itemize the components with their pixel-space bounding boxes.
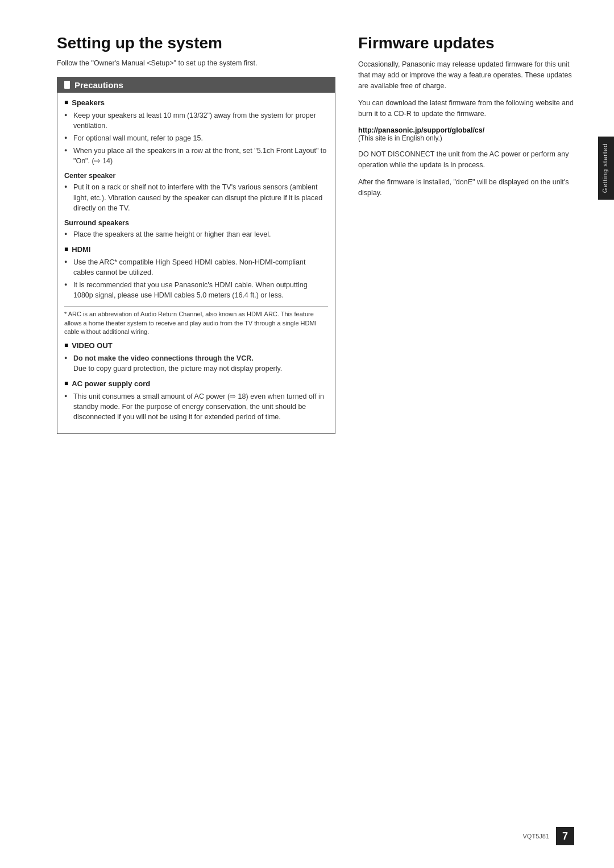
video-out-title: VIDEO OUT xyxy=(64,341,328,350)
firmware-link: http://panasonic.jp/support/global/cs/ xyxy=(358,126,574,134)
firmware-para4: After the firmware is installed, "donE" … xyxy=(358,177,574,199)
video-out-text: Due to copy guard protection, the pictur… xyxy=(73,365,282,373)
doc-code: VQT5J81 xyxy=(523,833,549,840)
firmware-para2: You can download the latest firmware fro… xyxy=(358,98,574,119)
precautions-label: Precautions xyxy=(74,80,123,90)
center-speaker-bullets: Put it on a rack or shelf not to interfe… xyxy=(64,182,328,213)
hdmi-bullets: Use the ARC* compatible High Speed HDMI … xyxy=(64,257,328,301)
hdmi-title: HDMI xyxy=(64,245,328,254)
list-item: Do not make the video connections throug… xyxy=(64,353,328,374)
list-item: When you place all the speakers in a row… xyxy=(64,146,328,166)
firmware-para1: Occasionally, Panasonic may release upda… xyxy=(358,59,574,91)
ac-bullets: This unit consumes a small amount of AC … xyxy=(64,391,328,422)
list-item: Put it on a rack or shelf not to interfe… xyxy=(64,182,328,213)
video-out-bullets: Do not make the video connections throug… xyxy=(64,353,328,374)
ac-title: AC power supply cord xyxy=(64,379,328,388)
page-number: 7 xyxy=(556,827,574,845)
page: Getting started Setting up the system Fo… xyxy=(0,0,614,868)
page-number-area: VQT5J81 7 xyxy=(523,827,574,845)
list-item: This unit consumes a small amount of AC … xyxy=(64,391,328,422)
video-out-bold: Do not make the video connections throug… xyxy=(73,354,254,362)
list-item: For optional wall mount, refer to page 1… xyxy=(64,133,328,143)
center-speaker-label: Center speaker xyxy=(64,172,328,180)
list-item: Use the ARC* compatible High Speed HDMI … xyxy=(64,257,328,278)
surround-bullets: Place the speakers at the same height or… xyxy=(64,229,328,239)
left-column: Setting up the system Follow the "Owner'… xyxy=(57,34,335,443)
hdmi-footnote: * ARC is an abbreviation of Audio Return… xyxy=(64,306,328,336)
speakers-title: Speakers xyxy=(64,98,328,107)
firmware-link-note: (This site is in English only.) xyxy=(358,134,574,142)
firmware-title: Firmware updates xyxy=(358,34,574,52)
list-item: It is recommended that you use Panasonic… xyxy=(64,280,328,300)
firmware-para3: DO NOT DISCONNECT the unit from the AC p… xyxy=(358,149,574,171)
list-item: Keep your speakers at least 10 mm (13/32… xyxy=(64,110,328,131)
setting-up-title: Setting up the system xyxy=(57,34,335,52)
precautions-content: Speakers Keep your speakers at least 10 … xyxy=(57,93,335,433)
precautions-header: Precautions xyxy=(57,77,335,93)
speakers-bullets: Keep your speakers at least 10 mm (13/32… xyxy=(64,110,328,167)
surround-speakers-label: Surround speakers xyxy=(64,219,328,227)
side-tab: Getting started xyxy=(598,137,614,200)
list-item: Place the speakers at the same height or… xyxy=(64,229,328,239)
right-column: Firmware updates Occasionally, Panasonic… xyxy=(358,34,574,443)
precautions-box: Precautions Speakers Keep your speakers … xyxy=(57,77,335,434)
setting-up-intro: Follow the "Owner's Manual <Setup>" to s… xyxy=(57,58,335,69)
